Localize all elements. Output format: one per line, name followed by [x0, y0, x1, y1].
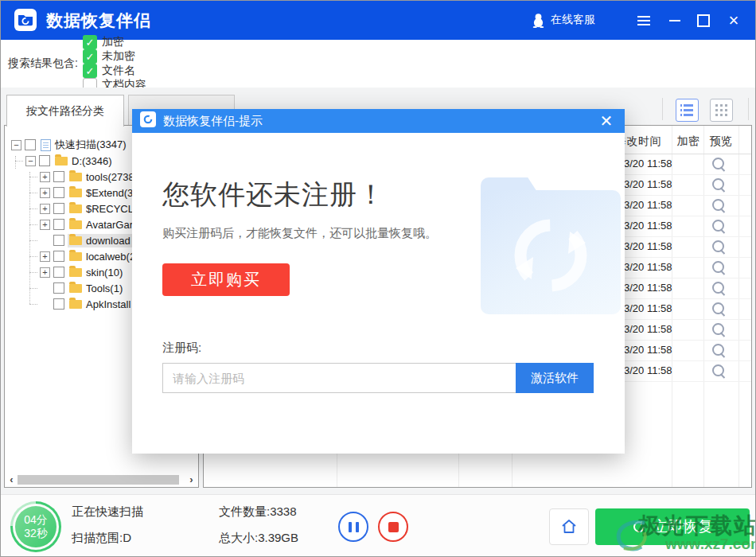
preview-magnifier-icon[interactable] [712, 323, 724, 335]
preview-magnifier-icon[interactable] [712, 302, 724, 314]
filter-checkbox[interactable] [83, 35, 97, 49]
scan-progress-timer: 04分 32秒 [10, 501, 61, 552]
preview-magnifier-icon[interactable] [712, 282, 724, 294]
tree-item-icon [69, 268, 82, 277]
menu-icon [637, 16, 650, 18]
scroll-left-arrow[interactable]: ‹ [6, 473, 18, 486]
stop-icon [388, 522, 399, 532]
search-filters: 搜索结果包含: 加密 未加密 文件名 [8, 40, 160, 88]
dialog-description: 购买注册码后，才能恢复文件，还可以批量恢复哦。 [162, 226, 437, 241]
minimize-icon [669, 20, 680, 21]
dialog-logo-icon [140, 111, 156, 130]
tree-item-label: localweb(2 [86, 251, 135, 263]
filter-item: 加密 [83, 35, 146, 49]
scroll-right-arrow[interactable]: › [185, 473, 197, 486]
close-icon: × [729, 12, 739, 29]
tree-checkbox[interactable] [53, 187, 64, 198]
tree-horizontal-scrollbar[interactable]: ‹ › [6, 473, 197, 486]
total-size-text: 总大小:3.39GB [219, 531, 298, 546]
preview-magnifier-icon[interactable] [712, 158, 724, 169]
tree-expander[interactable] [25, 156, 36, 166]
preview-magnifier-icon[interactable] [712, 261, 724, 273]
filter-checkbox[interactable] [83, 64, 97, 78]
tree-item-icon [55, 157, 68, 166]
filter-label: 文件名 [102, 64, 135, 78]
tree-item-label: Tools(1) [86, 282, 123, 294]
grid-view-toggle[interactable] [710, 99, 733, 122]
tree-expander[interactable] [11, 140, 21, 150]
statusbar: 04分 32秒 正在快速扫描 扫描范围:D 文件数量:3338 总大小:3.39… [0, 494, 756, 557]
pause-button[interactable] [338, 512, 368, 542]
online-service[interactable]: 在线客服 [532, 0, 595, 40]
dialog-titlebar: 数据恢复伴侣-提示 ✕ [132, 109, 625, 133]
tree-checkbox[interactable] [53, 171, 64, 182]
code-input[interactable] [162, 363, 526, 393]
tab-file-path[interactable]: 按文件路径分类 [6, 95, 124, 127]
tree-checkbox[interactable] [53, 267, 64, 278]
tree-checkbox[interactable] [53, 219, 64, 230]
recover-button[interactable]: 立即恢复 [595, 508, 750, 545]
column-header-encrypted: 加密 [673, 134, 703, 149]
stop-button[interactable] [378, 512, 408, 542]
modified-cell: 3/20 11:58 [624, 302, 672, 314]
search-row: 搜索结果包含: 加密 未加密 文件名 [0, 40, 756, 88]
tree-expander[interactable] [40, 188, 50, 198]
tree-item-icon [69, 252, 82, 261]
tree-item-icon [41, 139, 51, 151]
file-count-text: 文件数量:3338 [219, 504, 297, 520]
activate-button[interactable]: 激活软件 [516, 363, 594, 393]
separator [662, 98, 663, 120]
tree-expander[interactable] [40, 172, 50, 182]
tree-expander[interactable] [40, 267, 50, 278]
modified-cell: 3/20 11:58 [624, 344, 672, 356]
modified-cell: 3/20 11:58 [624, 282, 672, 294]
tree-item-label: 快速扫描(3347) [55, 138, 127, 152]
tree-expander[interactable] [40, 220, 50, 230]
pause-icon [349, 522, 352, 532]
modified-cell: 3/20 11:58 [624, 178, 672, 190]
tree-expander[interactable] [40, 204, 50, 214]
timer-seconds: 32秒 [24, 527, 48, 540]
online-service-label: 在线客服 [551, 13, 595, 27]
tree-item-label: D:(3346) [72, 155, 112, 167]
tree-checkbox[interactable] [53, 203, 64, 214]
scrollbar-thumb[interactable] [18, 475, 179, 485]
home-button[interactable] [549, 508, 589, 545]
tree-item-icon [69, 300, 82, 309]
list-view-toggle[interactable] [676, 99, 699, 122]
scan-range-text: 扫描范围:D [72, 531, 131, 546]
preview-magnifier-icon[interactable] [712, 240, 724, 252]
tree-checkbox[interactable] [53, 282, 64, 294]
dialog-close-button[interactable]: ✕ [596, 111, 617, 131]
tree-item-icon [69, 173, 82, 181]
preview-magnifier-icon[interactable] [712, 199, 724, 211]
list-view-icon [680, 104, 682, 107]
column-header-preview: 预览 [703, 134, 738, 149]
filter-item: 未加密 [83, 49, 146, 64]
preview-magnifier-icon[interactable] [712, 220, 724, 232]
menu-button[interactable] [632, 9, 656, 33]
code-label: 注册码: [162, 341, 201, 356]
close-button[interactable]: × [722, 9, 746, 33]
tree-item-icon [69, 236, 82, 245]
tree-checkbox[interactable] [53, 235, 64, 246]
filter-checkbox[interactable] [83, 49, 97, 64]
tree-expander[interactable] [40, 251, 50, 262]
tree-item-label: skin(10) [86, 267, 123, 278]
tree-checkbox[interactable] [53, 251, 64, 262]
tree-checkbox[interactable] [39, 155, 50, 166]
preview-magnifier-icon[interactable] [712, 364, 724, 376]
preview-magnifier-icon[interactable] [712, 178, 724, 190]
qq-icon [532, 13, 545, 28]
minimize-button[interactable] [663, 9, 687, 33]
tree-checkbox[interactable] [25, 139, 36, 150]
buy-now-button[interactable]: 立即购买 [162, 263, 290, 296]
tree-item-icon [69, 220, 82, 229]
preview-magnifier-icon[interactable] [712, 344, 724, 356]
tree-item-icon [69, 284, 82, 293]
tree-checkbox[interactable] [53, 298, 64, 310]
maximize-button[interactable] [692, 9, 715, 33]
tree-item-label: $Extend(3 [86, 187, 133, 199]
tree-item-label: AvatarGar [86, 219, 133, 231]
modified-cell: 3/20 11:58 [624, 323, 672, 335]
